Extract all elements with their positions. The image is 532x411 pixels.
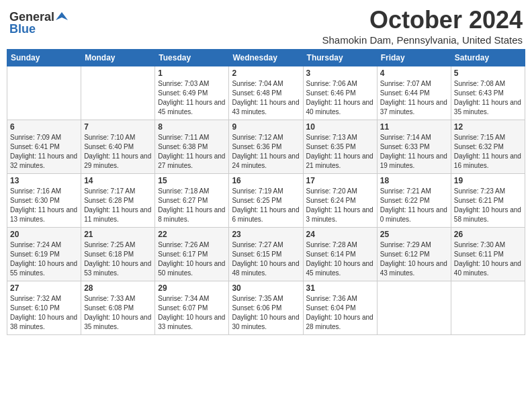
calendar-header-day: Thursday (303, 50, 377, 66)
calendar-day-cell: 26Sunrise: 7:30 AM Sunset: 6:11 PM Dayli… (451, 228, 525, 281)
calendar-day-cell: 8Sunrise: 7:11 AM Sunset: 6:38 PM Daylig… (155, 120, 229, 174)
calendar-day-cell: 9Sunrise: 7:12 AM Sunset: 6:36 PM Daylig… (229, 120, 303, 174)
day-number: 28 (84, 283, 152, 293)
calendar-day-cell: 2Sunrise: 7:04 AM Sunset: 6:48 PM Daylig… (229, 66, 303, 120)
calendar-day-cell: 25Sunrise: 7:29 AM Sunset: 6:12 PM Dayli… (377, 228, 451, 281)
calendar-day-cell: 4Sunrise: 7:07 AM Sunset: 6:44 PM Daylig… (377, 66, 451, 120)
calendar-header-day: Sunday (7, 50, 81, 66)
day-number: 14 (84, 176, 152, 185)
day-info: Sunrise: 7:12 AM Sunset: 6:36 PM Dayligh… (232, 133, 300, 171)
calendar-body: 1Sunrise: 7:03 AM Sunset: 6:49 PM Daylig… (7, 66, 525, 335)
day-info: Sunrise: 7:34 AM Sunset: 6:07 PM Dayligh… (158, 294, 226, 332)
calendar-day-cell: 12Sunrise: 7:15 AM Sunset: 6:32 PM Dayli… (451, 120, 525, 174)
day-info: Sunrise: 7:23 AM Sunset: 6:21 PM Dayligh… (454, 187, 522, 224)
day-number: 12 (454, 122, 522, 132)
calendar-day-cell: 10Sunrise: 7:13 AM Sunset: 6:35 PM Dayli… (303, 120, 377, 174)
calendar-day-cell (377, 281, 451, 335)
day-number: 24 (306, 230, 374, 239)
day-info: Sunrise: 7:26 AM Sunset: 6:17 PM Dayligh… (158, 240, 226, 278)
day-number: 8 (158, 122, 226, 132)
day-info: Sunrise: 7:07 AM Sunset: 6:44 PM Dayligh… (380, 79, 448, 117)
day-number: 26 (454, 230, 522, 239)
calendar-day-cell: 29Sunrise: 7:34 AM Sunset: 6:07 PM Dayli… (155, 281, 229, 335)
day-info: Sunrise: 7:30 AM Sunset: 6:11 PM Dayligh… (454, 240, 522, 278)
day-info: Sunrise: 7:24 AM Sunset: 6:19 PM Dayligh… (10, 240, 78, 278)
day-number: 17 (306, 176, 374, 185)
day-info: Sunrise: 7:09 AM Sunset: 6:41 PM Dayligh… (10, 133, 78, 171)
calendar-day-cell (81, 66, 155, 120)
day-number: 15 (158, 176, 226, 185)
calendar-week-row: 27Sunrise: 7:32 AM Sunset: 6:10 PM Dayli… (7, 281, 525, 335)
calendar-day-cell: 27Sunrise: 7:32 AM Sunset: 6:10 PM Dayli… (7, 281, 81, 335)
day-info: Sunrise: 7:33 AM Sunset: 6:08 PM Dayligh… (84, 294, 152, 332)
title-area: October 2024 Shamokin Dam, Pennsylvania,… (322, 7, 523, 46)
day-info: Sunrise: 7:36 AM Sunset: 6:04 PM Dayligh… (306, 294, 374, 332)
day-info: Sunrise: 7:29 AM Sunset: 6:12 PM Dayligh… (380, 240, 448, 278)
day-info: Sunrise: 7:04 AM Sunset: 6:48 PM Dayligh… (232, 79, 300, 117)
calendar-day-cell: 5Sunrise: 7:08 AM Sunset: 6:43 PM Daylig… (451, 66, 525, 120)
calendar-day-cell: 23Sunrise: 7:27 AM Sunset: 6:15 PM Dayli… (229, 228, 303, 281)
svg-marker-0 (56, 12, 68, 20)
day-number: 16 (232, 176, 300, 185)
day-info: Sunrise: 7:21 AM Sunset: 6:22 PM Dayligh… (380, 187, 448, 224)
day-number: 31 (306, 283, 374, 293)
logo: General Blue (9, 7, 68, 35)
day-info: Sunrise: 7:08 AM Sunset: 6:43 PM Dayligh… (454, 79, 522, 117)
calendar-day-cell: 14Sunrise: 7:17 AM Sunset: 6:28 PM Dayli… (81, 174, 155, 228)
day-number: 30 (232, 283, 300, 293)
day-number: 1 (158, 68, 226, 78)
calendar-day-cell: 30Sunrise: 7:35 AM Sunset: 6:06 PM Dayli… (229, 281, 303, 335)
day-number: 18 (380, 176, 448, 185)
day-number: 9 (232, 122, 300, 132)
day-number: 13 (10, 176, 78, 185)
calendar-day-cell (451, 281, 525, 335)
calendar-day-cell: 18Sunrise: 7:21 AM Sunset: 6:22 PM Dayli… (377, 174, 451, 228)
calendar-day-cell: 20Sunrise: 7:24 AM Sunset: 6:19 PM Dayli… (7, 228, 81, 281)
calendar-day-cell: 22Sunrise: 7:26 AM Sunset: 6:17 PM Dayli… (155, 228, 229, 281)
calendar-day-cell: 15Sunrise: 7:18 AM Sunset: 6:27 PM Dayli… (155, 174, 229, 228)
header: General Blue October 2024 Shamokin Dam, … (7, 7, 525, 46)
day-info: Sunrise: 7:27 AM Sunset: 6:15 PM Dayligh… (232, 240, 300, 278)
calendar-header-day: Monday (81, 50, 155, 66)
calendar-header-day: Tuesday (155, 50, 229, 66)
calendar-day-cell: 28Sunrise: 7:33 AM Sunset: 6:08 PM Dayli… (81, 281, 155, 335)
day-number: 27 (10, 283, 78, 293)
logo-blue-text: Blue (9, 23, 36, 35)
calendar-day-cell: 7Sunrise: 7:10 AM Sunset: 6:40 PM Daylig… (81, 120, 155, 174)
calendar-day-cell (7, 66, 81, 120)
day-info: Sunrise: 7:14 AM Sunset: 6:33 PM Dayligh… (380, 133, 448, 171)
day-number: 20 (10, 230, 78, 239)
calendar-week-row: 20Sunrise: 7:24 AM Sunset: 6:19 PM Dayli… (7, 228, 525, 281)
calendar-day-cell: 1Sunrise: 7:03 AM Sunset: 6:49 PM Daylig… (155, 66, 229, 120)
day-info: Sunrise: 7:17 AM Sunset: 6:28 PM Dayligh… (84, 187, 152, 224)
day-number: 19 (454, 176, 522, 185)
day-number: 6 (10, 122, 78, 132)
day-info: Sunrise: 7:35 AM Sunset: 6:06 PM Dayligh… (232, 294, 300, 332)
day-info: Sunrise: 7:13 AM Sunset: 6:35 PM Dayligh… (306, 133, 374, 171)
calendar-week-row: 6Sunrise: 7:09 AM Sunset: 6:41 PM Daylig… (7, 120, 525, 174)
calendar-header-row: SundayMondayTuesdayWednesdayThursdayFrid… (7, 50, 525, 66)
calendar-table: SundayMondayTuesdayWednesdayThursdayFrid… (7, 49, 525, 335)
calendar-day-cell: 16Sunrise: 7:19 AM Sunset: 6:25 PM Dayli… (229, 174, 303, 228)
calendar-week-row: 1Sunrise: 7:03 AM Sunset: 6:49 PM Daylig… (7, 66, 525, 120)
day-number: 4 (380, 68, 448, 78)
calendar-day-cell: 21Sunrise: 7:25 AM Sunset: 6:18 PM Dayli… (81, 228, 155, 281)
day-number: 29 (158, 283, 226, 293)
calendar-day-cell: 24Sunrise: 7:28 AM Sunset: 6:14 PM Dayli… (303, 228, 377, 281)
day-info: Sunrise: 7:15 AM Sunset: 6:32 PM Dayligh… (454, 133, 522, 171)
day-number: 25 (380, 230, 448, 239)
day-info: Sunrise: 7:06 AM Sunset: 6:46 PM Dayligh… (306, 79, 374, 117)
day-number: 22 (158, 230, 226, 239)
calendar-header-day: Wednesday (229, 50, 303, 66)
day-number: 23 (232, 230, 300, 239)
day-number: 5 (454, 68, 522, 78)
day-number: 11 (380, 122, 448, 132)
logo-bird-icon (56, 11, 68, 23)
day-info: Sunrise: 7:19 AM Sunset: 6:25 PM Dayligh… (232, 187, 300, 224)
calendar-day-cell: 6Sunrise: 7:09 AM Sunset: 6:41 PM Daylig… (7, 120, 81, 174)
calendar-day-cell: 19Sunrise: 7:23 AM Sunset: 6:21 PM Dayli… (451, 174, 525, 228)
calendar-header-day: Saturday (451, 50, 525, 66)
day-info: Sunrise: 7:11 AM Sunset: 6:38 PM Dayligh… (158, 133, 226, 171)
day-info: Sunrise: 7:03 AM Sunset: 6:49 PM Dayligh… (158, 79, 226, 117)
location-title: Shamokin Dam, Pennsylvania, United State… (322, 34, 523, 47)
